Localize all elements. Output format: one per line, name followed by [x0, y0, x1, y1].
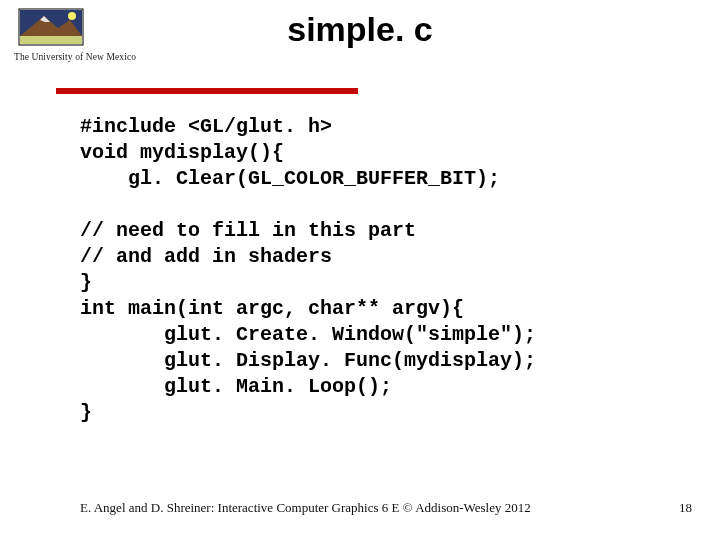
slide-title: simple. c [0, 10, 720, 49]
page-number: 18 [679, 500, 692, 516]
title-underline [56, 88, 358, 94]
footer-citation: E. Angel and D. Shreiner: Interactive Co… [80, 500, 640, 516]
code-block: #include <GL/glut. h> void mydisplay(){ … [80, 114, 640, 426]
slide: The University of New Mexico simple. c #… [0, 0, 720, 540]
logo-caption: The University of New Mexico [14, 52, 164, 62]
